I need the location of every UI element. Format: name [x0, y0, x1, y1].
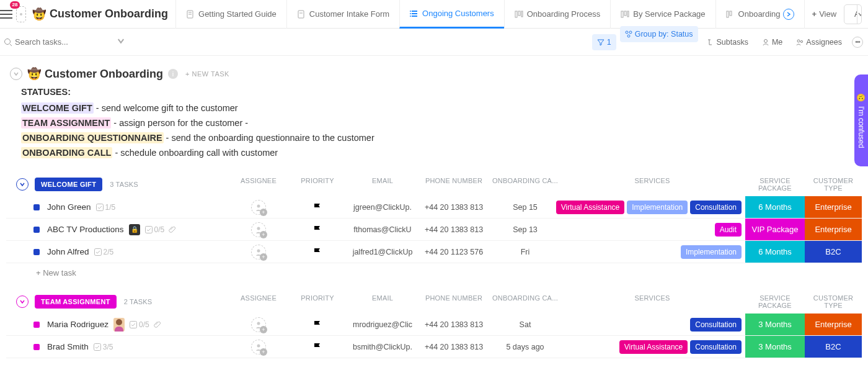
service-tag[interactable]: Consultation [690, 340, 742, 354]
task-row[interactable]: Brad Smith 3/5 + bsmith@ClickUp. +44 20 … [6, 336, 862, 358]
search-input[interactable] [15, 37, 102, 47]
customer-type-tag[interactable]: B2C [805, 336, 862, 358]
phone-cell[interactable]: +44 20 1123 576 [417, 241, 491, 263]
phone-cell[interactable]: +44 20 1383 813 [417, 314, 491, 335]
checklist-count[interactable]: 2/5 [94, 248, 114, 256]
date-cell[interactable]: 5 days ago [491, 336, 559, 358]
group-by-button[interactable]: Group by: Status [620, 26, 698, 42]
tab-by-service-package[interactable]: By Service Package [610, 0, 715, 29]
date-cell[interactable]: Sep 15 [491, 196, 559, 218]
feedback-tab[interactable]: I'm confused 😕 [854, 74, 868, 166]
status-square-icon[interactable] [33, 227, 40, 233]
checklist-icon [94, 248, 102, 256]
workspace-title[interactable]: 🤠 Customer Onboarding [30, 7, 175, 21]
service-tag[interactable]: Consultation [690, 318, 742, 332]
attachment-icon[interactable] [168, 225, 176, 233]
search-container [4, 37, 128, 47]
tab-more-icon[interactable] [783, 9, 794, 20]
checklist-count[interactable]: 0/5 [130, 320, 149, 329]
svg-rect-16 [518, 11, 520, 16]
checklist-count[interactable]: 3/5 [94, 343, 113, 351]
task-name[interactable]: ABC TV Productions [47, 225, 124, 234]
email-cell[interactable]: fthomas@ClickU [348, 219, 417, 240]
task-row[interactable]: John Green 1/5 + jgreen@ClickUp. +44 20 … [6, 196, 862, 219]
service-tag[interactable]: Audit [715, 223, 742, 237]
filter-button[interactable]: 1 [592, 34, 616, 50]
tab-onboarding-process[interactable]: Onboarding Process [504, 0, 611, 29]
task-name[interactable]: John Alfred [47, 247, 89, 256]
priority-flag-icon[interactable] [313, 203, 322, 212]
collapse-list-button[interactable] [10, 68, 22, 80]
task-name[interactable]: Maria Rodriguez [47, 320, 108, 329]
date-cell[interactable]: Sep 13 [491, 219, 559, 240]
tab-ongoing-customers[interactable]: Ongoing Customers [399, 0, 504, 29]
task-row[interactable]: ABC TV Productions 🔒 0/5 + fthomas@Click… [6, 219, 862, 241]
email-cell[interactable]: mrodriguez@Clic [348, 314, 417, 335]
checklist-count[interactable]: 0/5 [145, 225, 165, 234]
service-tag[interactable]: Implementation [627, 201, 688, 214]
priority-flag-icon[interactable] [313, 320, 322, 329]
group-status-pill[interactable]: WELCOME GIFT [35, 178, 102, 191]
automate-button[interactable]: Automate [844, 4, 857, 24]
assignee-add-button[interactable]: + [251, 245, 266, 259]
search-dropdown[interactable] [117, 37, 128, 47]
date-cell[interactable]: Sat [491, 314, 559, 335]
service-tag[interactable]: Consultation [690, 201, 742, 214]
customer-type-tag[interactable]: Enterprise [805, 219, 862, 240]
automate-dropdown[interactable] [857, 5, 862, 24]
new-task-button[interactable]: + NEW TASK [185, 70, 229, 78]
service-package-tag[interactable]: VIP Package [745, 219, 805, 240]
priority-flag-icon[interactable] [313, 225, 322, 234]
tab-onboarding[interactable]: Onboarding [715, 0, 804, 29]
service-tag[interactable]: Implementation [681, 245, 742, 259]
status-square-icon[interactable] [33, 249, 40, 255]
service-package-tag[interactable]: 3 Months [745, 336, 805, 358]
service-package-tag[interactable]: 6 Months [745, 196, 805, 218]
checklist-count[interactable]: 1/5 [96, 203, 116, 212]
menu-button[interactable]: 28 [0, 3, 12, 25]
customer-type-tag[interactable]: B2C [805, 241, 862, 263]
assignees-button[interactable]: Assignees [791, 34, 847, 50]
email-cell[interactable]: bsmith@ClickUp. [348, 336, 417, 358]
email-cell[interactable]: jalfred1@ClickUp [348, 241, 417, 263]
assignee-add-button[interactable]: + [251, 340, 266, 354]
group-status-pill[interactable]: TEAM ASSIGNMENT [35, 295, 117, 309]
phone-cell[interactable]: +44 20 1383 813 [417, 219, 491, 240]
add-view-button[interactable]: + View [804, 0, 844, 29]
service-package-tag[interactable]: 3 Months [745, 314, 805, 335]
assignee-add-button[interactable]: + [251, 317, 266, 332]
priority-flag-icon[interactable] [313, 343, 322, 351]
phone-cell[interactable]: +44 20 1383 813 [417, 196, 491, 218]
task-row[interactable]: John Alfred 2/5 + jalfred1@ClickUp +44 2… [6, 241, 862, 263]
info-icon[interactable]: i [168, 69, 178, 79]
me-button[interactable]: Me [757, 34, 787, 50]
tab-getting-started[interactable]: Getting Started Guide [175, 0, 286, 29]
workspace-emoji: 🤠 [32, 7, 46, 21]
task-row[interactable]: Maria Rodriguez 0/5 + mrodriguez@Clic +4… [6, 314, 862, 336]
service-tag[interactable]: Virtual Assistance [556, 201, 625, 214]
collapse-group-button[interactable] [16, 296, 29, 308]
assignee-add-button[interactable]: + [251, 200, 266, 215]
priority-flag-icon[interactable] [313, 248, 322, 256]
task-name[interactable]: John Green [47, 202, 91, 212]
new-task-row[interactable]: + New task [6, 263, 862, 278]
assignee-add-button[interactable]: + [251, 222, 266, 237]
collapse-group-button[interactable] [16, 178, 29, 191]
customer-type-tag[interactable]: Enterprise [805, 314, 862, 335]
assignee-avatar[interactable] [113, 318, 125, 332]
subtasks-button[interactable]: Subtasks [702, 34, 753, 50]
phone-cell[interactable]: +44 20 1383 813 [417, 336, 491, 358]
tab-intake-form[interactable]: Customer Intake Form [286, 0, 399, 29]
service-tag[interactable]: Virtual Assistance [619, 340, 688, 354]
status-square-icon[interactable] [33, 344, 40, 350]
status-square-icon[interactable] [33, 322, 40, 328]
email-cell[interactable]: jgreen@ClickUp. [348, 196, 417, 218]
toolbar-more-button[interactable]: ••• [852, 37, 863, 48]
people-icon [796, 38, 804, 46]
attachment-icon[interactable] [153, 320, 161, 328]
customer-type-tag[interactable]: Enterprise [805, 196, 862, 218]
date-cell[interactable]: Fri [491, 241, 559, 263]
service-package-tag[interactable]: 6 Months [745, 241, 805, 263]
status-square-icon[interactable] [33, 204, 40, 210]
task-name[interactable]: Brad Smith [47, 342, 89, 351]
